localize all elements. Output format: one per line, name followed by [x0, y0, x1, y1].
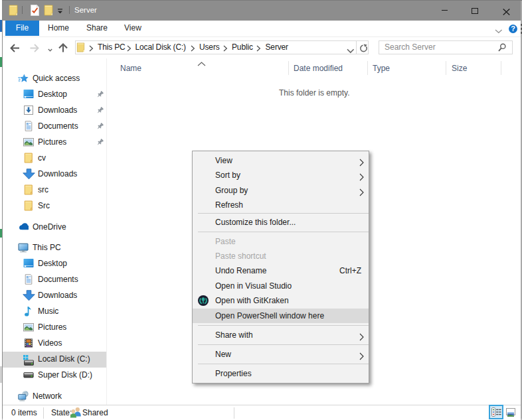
svg-text:?: ? — [511, 25, 515, 33]
